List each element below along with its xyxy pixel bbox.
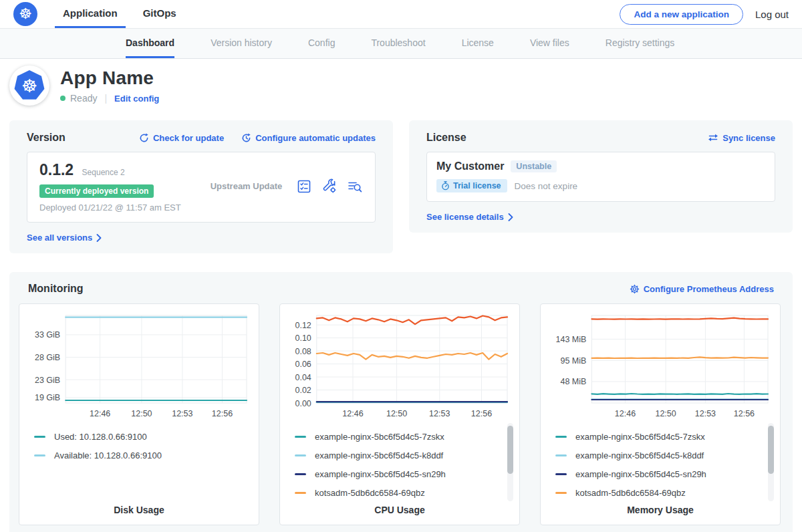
tab-gitops[interactable]: GitOps <box>135 0 184 28</box>
kubernetes-logo-icon[interactable]: ☸ <box>13 2 37 26</box>
chart-legend: example-nginx-5bc6f5d4c5-7zskxexample-ng… <box>295 432 511 501</box>
license-details-card: My Customer Unstable Trial license Does … <box>426 152 775 202</box>
svg-text:0.10: 0.10 <box>295 334 311 343</box>
legend-item: Available: 10.128.0.66:9100 <box>34 450 251 460</box>
svg-text:12:53: 12:53 <box>172 409 192 418</box>
divider: | <box>104 93 107 104</box>
license-expiry: Does not expire <box>515 181 578 191</box>
tab-version-history[interactable]: Version history <box>211 29 272 58</box>
monitoring-heading: Monitoring <box>28 283 84 295</box>
version-info: 0.1.2 Sequence 2 Currently deployed vers… <box>39 161 181 213</box>
app-header: ☸ App Name Ready | Edit config <box>0 59 802 112</box>
svg-text:12:50: 12:50 <box>655 409 676 418</box>
svg-text:12:56: 12:56 <box>734 409 755 418</box>
see-license-details-link[interactable]: See license details <box>426 212 513 222</box>
svg-text:0.02: 0.02 <box>295 386 311 395</box>
legend-swatch <box>295 492 306 494</box>
legend-label: example-nginx-5bc6f5d4c5-7zskx <box>575 432 705 442</box>
svg-text:12:50: 12:50 <box>386 409 407 418</box>
legend-swatch <box>34 454 45 456</box>
tab-troubleshoot[interactable]: Troubleshoot <box>371 29 425 58</box>
svg-text:12:46: 12:46 <box>342 409 363 418</box>
kubernetes-heptagon-icon: ☸ <box>14 70 45 101</box>
version-card: Version Check for update <box>9 120 393 253</box>
version-number: 0.1.2 <box>39 161 74 178</box>
legend-swatch <box>295 454 306 456</box>
legend-swatch <box>295 473 306 475</box>
currently-deployed-badge: Currently deployed version <box>39 184 154 198</box>
memory-usage-plot: 143 MiB95 MiB48 MiB12:4612:5012:5312:56 <box>549 312 773 422</box>
legend-label: Available: 10.128.0.66:9100 <box>54 450 162 460</box>
svg-text:23 GiB: 23 GiB <box>35 376 60 385</box>
topnav-tabs: Application GitOps <box>55 0 194 28</box>
svg-text:☸: ☸ <box>21 76 37 96</box>
legend-item: kotsadm-5db6dc6584-69qbz <box>555 488 772 498</box>
svg-text:12:46: 12:46 <box>615 409 636 418</box>
version-heading: Version <box>27 132 65 144</box>
configure-automatic-updates-link[interactable]: Configure automatic updates <box>241 133 376 143</box>
chart-title: Memory Usage <box>549 505 772 515</box>
customer-name: My Customer <box>436 160 504 172</box>
tab-config[interactable]: Config <box>308 29 335 58</box>
legend-swatch <box>555 454 567 456</box>
legend-item: example-nginx-5bc6f5d4c5-k8ddf <box>555 450 772 460</box>
legend-label: example-nginx-5bc6f5d4c5-sn29h <box>315 469 446 479</box>
monitoring-section: Monitoring Configure Prometheus Address … <box>9 272 793 532</box>
version-source: Upstream Update <box>211 181 283 191</box>
check-for-update-link[interactable]: Check for update <box>139 133 224 143</box>
logout-button[interactable]: Log out <box>755 9 789 20</box>
legend-scrollbar[interactable] <box>507 423 513 501</box>
svg-text:19 GiB: 19 GiB <box>35 393 60 402</box>
channel-badge: Unstable <box>511 160 557 172</box>
trial-license-badge: Trial license <box>436 179 507 192</box>
chevron-right-icon <box>508 213 513 221</box>
chart-legend: Used: 10.128.0.66:9100Available: 10.128.… <box>34 432 251 501</box>
legend-item: Used: 10.128.0.66:9100 <box>34 432 251 442</box>
edit-config-link[interactable]: Edit config <box>114 94 159 104</box>
app-subnav: Dashboard Version history Config Trouble… <box>0 28 802 59</box>
svg-text:0.08: 0.08 <box>295 347 311 356</box>
configure-prometheus-link[interactable]: Configure Prometheus Address <box>630 284 774 294</box>
gear-icon <box>630 284 640 294</box>
memory-usage-chart-card: 143 MiB95 MiB48 MiB12:4612:5012:5312:56 … <box>540 303 781 525</box>
scrollbar-thumb[interactable] <box>507 426 513 474</box>
sync-license-link[interactable]: Sync license <box>708 133 775 143</box>
tab-application[interactable]: Application <box>55 0 126 28</box>
license-heading: License <box>426 132 466 144</box>
checklist-icon[interactable] <box>296 178 312 194</box>
lines-magnifier-icon[interactable] <box>347 178 363 194</box>
tab-license[interactable]: License <box>462 29 494 58</box>
legend-item: example-nginx-5bc6f5d4c5-7zskx <box>295 432 511 442</box>
svg-text:0.04: 0.04 <box>295 373 311 382</box>
legend-label: Used: 10.128.0.66:9100 <box>54 432 147 442</box>
legend-item: kotsadm-5db6dc6584-69qbz <box>295 488 511 498</box>
current-version-card: 0.1.2 Sequence 2 Currently deployed vers… <box>27 152 376 223</box>
legend-swatch <box>34 436 45 438</box>
legend-swatch <box>555 473 567 475</box>
legend-label: example-nginx-5bc6f5d4c5-sn29h <box>575 469 706 479</box>
sync-arrows-icon <box>708 133 718 142</box>
svg-text:12:46: 12:46 <box>90 409 110 418</box>
legend-label: kotsadm-5db6dc6584-69qbz <box>575 488 686 498</box>
chart-title: Disk Usage <box>27 505 251 515</box>
svg-text:0.06: 0.06 <box>295 360 311 369</box>
tab-registry-settings[interactable]: Registry settings <box>606 29 674 58</box>
stopwatch-icon <box>441 181 450 190</box>
license-card: License Sync license My Cust <box>409 120 793 233</box>
deployed-timestamp: Deployed 01/21/22 @ 11:57 am EST <box>39 203 181 213</box>
svg-text:12:53: 12:53 <box>429 409 450 418</box>
svg-text:12:56: 12:56 <box>212 409 233 418</box>
add-application-button[interactable]: Add a new application <box>620 4 743 25</box>
tab-view-files[interactable]: View files <box>530 29 569 58</box>
scrollbar-thumb[interactable] <box>768 426 774 474</box>
ready-status-dot <box>60 96 65 101</box>
legend-scrollbar[interactable] <box>768 423 774 501</box>
tab-dashboard[interactable]: Dashboard <box>126 29 174 58</box>
version-sequence: Sequence 2 <box>82 168 125 177</box>
refresh-icon <box>139 133 149 143</box>
wrench-gear-icon[interactable] <box>321 178 338 194</box>
dashboard-main: Version Check for update <box>0 112 802 532</box>
svg-text:0.12: 0.12 <box>295 321 311 330</box>
legend-label: kotsadm-5db6dc6584-69qbz <box>315 488 425 498</box>
see-all-versions-link[interactable]: See all versions <box>27 233 102 243</box>
